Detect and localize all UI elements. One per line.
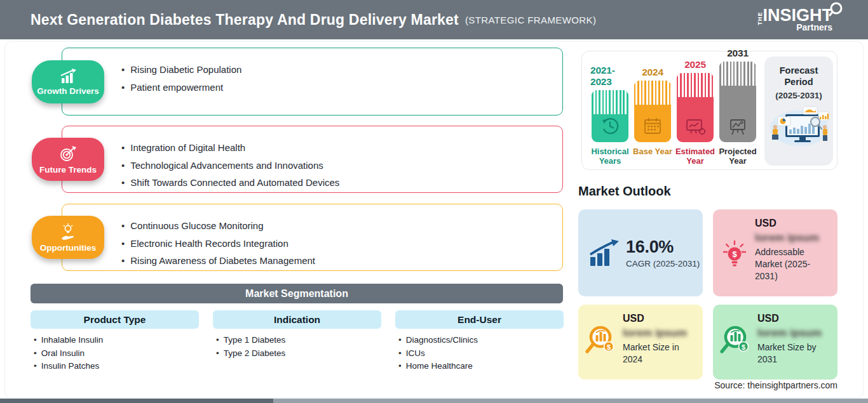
segment-item-list: Type 1 Diabetes Type 2 Diabetes (213, 334, 381, 360)
growth-bars-arrow-icon (589, 239, 620, 267)
page-subtitle: (STRATEGIC FRAMEWORK) (465, 15, 596, 25)
badge-label: Future Trends (39, 165, 97, 175)
list-item: Shift Towards Connected and Automated De… (121, 174, 551, 192)
card-label: Market Size by 2031 (757, 341, 832, 366)
future-trends-badge: Future Trends (32, 138, 104, 181)
timeline-bar (719, 62, 756, 142)
list-item: Insulin Patches (34, 360, 199, 373)
segment-column-header: End-User (395, 310, 564, 329)
svg-text:$: $ (732, 249, 737, 259)
masked-value: lorem ipsum (623, 327, 698, 340)
timeline-year-label: 2021-2023 (590, 65, 630, 88)
list-item: Diagnostics/Clinics (398, 334, 564, 347)
timeline-year-label: 2025 (684, 59, 706, 70)
list-item: Type 1 Diabetes (216, 334, 381, 347)
list-item: Integration of Digital Health (121, 139, 551, 157)
bar-stripes (634, 81, 671, 105)
bar-chart-rise-icon (58, 69, 78, 85)
opportunities-list: Continuous Glucose Monitoring Electronic… (62, 204, 562, 270)
opportunities-box: Continuous Glucose Monitoring Electronic… (62, 204, 563, 271)
timeline-base: 2024 (633, 67, 672, 142)
page-title: Next Generation Diabetes Therapy And Dru… (31, 11, 459, 29)
segment-item-list: Diagnostics/Clinics ICUs Home Healthcare (395, 334, 564, 373)
magnifier-chart-icon: $ (583, 324, 619, 357)
list-item: Technological Advancements and Innovatio… (121, 157, 551, 175)
masked-value: lorem ipsum (757, 327, 832, 340)
bar-stripes (677, 73, 714, 97)
future-trends-box: Integration of Digital Health Technologi… (62, 126, 563, 193)
forecast-period-panel: Forecast Period (2025-2031) (764, 56, 833, 166)
growth-drivers-list: Rising Diabetic Population Patient empow… (62, 48, 562, 96)
presentation-icon (726, 117, 749, 136)
analytics-illustration (766, 103, 831, 147)
currency-label: USD (757, 313, 832, 324)
cagr-value: 16.0% (626, 237, 700, 257)
card-label: Market Size in 2024 (623, 341, 698, 366)
timeline-estimated: 2025 (675, 59, 715, 142)
segment-column-header: Product Type (31, 310, 199, 329)
timeline-bar (677, 73, 714, 142)
insight-partners-logo: The INSIGHT Partners (763, 7, 841, 32)
currency-label: USD (755, 218, 832, 229)
bulb-dollar-icon: $ (722, 240, 747, 269)
timeline-year-label: 2031 (727, 48, 749, 59)
list-item: Rising Diabetic Population (121, 61, 551, 79)
badge-label: Growth Drivers (37, 86, 99, 96)
list-item: Electronic Health Records Integration (121, 235, 551, 253)
masked-value: lorem ipsum (755, 232, 832, 244)
timeline-year-label: 2024 (642, 67, 663, 78)
timeline-role-label: Historical Years (588, 147, 632, 166)
list-item: Patient empowerment (121, 79, 551, 96)
timeline-role-label: Projected Year (715, 147, 760, 166)
bulb-hand-icon (58, 223, 78, 242)
clock-history-icon (600, 116, 620, 136)
card-text: USD lorem ipsum Market Size by 2031 (757, 313, 832, 366)
badge-label: Opportunities (40, 243, 97, 253)
source-attribution: Source: theinsightpartners.com (714, 380, 837, 390)
list-item: ICUs (398, 347, 564, 360)
timeline-historical: 2021-2023 (590, 65, 630, 142)
segment-column-end-user: End-User Diagnostics/Clinics ICUs Home H… (395, 310, 564, 373)
card-label: Addressable Market (2025-2031) (755, 246, 832, 282)
cagr-label: CAGR (2025-2031) (626, 259, 700, 268)
segment-item-list: Inhalable Insulin Oral Insulin Insulin P… (31, 334, 199, 373)
magnifier-icon (827, 1, 844, 18)
logo-the-text: The (757, 12, 763, 25)
timeline-bar (634, 81, 671, 142)
target-dart-icon (58, 145, 78, 164)
segment-column-product-type: Product Type Inhalable Insulin Oral Insu… (31, 310, 199, 373)
future-trends-list: Integration of Digital Health Technologi… (62, 126, 562, 192)
addressable-market-card: $ USD lorem ipsum Addressable Market (20… (713, 209, 837, 296)
card-text: USD lorem ipsum Addressable Market (2025… (755, 218, 832, 282)
cagr-card: 16.0% CAGR (2025-2031) (578, 209, 703, 296)
cagr-text: 16.0% CAGR (2025-2031) (626, 237, 700, 268)
footer-bar-right (273, 399, 868, 403)
footer-bar-left (0, 399, 273, 403)
growth-drivers-box: Rising Diabetic Population Patient empow… (62, 48, 563, 116)
timeline-bar (592, 90, 628, 142)
list-item: Inhalable Insulin (34, 334, 199, 347)
monitor-gear-icon (684, 117, 707, 136)
growth-drivers-badge: Growth Drivers (32, 60, 104, 103)
list-item: Rising Awareness of Diabetes Management (121, 252, 551, 270)
forecast-period-title: Forecast Period (775, 65, 822, 88)
svg-text:$: $ (742, 343, 745, 351)
market-size-2031-card: $ USD lorem ipsum Market Size by 2031 (713, 305, 837, 380)
header-bar: Next Generation Diabetes Therapy And Dru… (0, 0, 868, 39)
infographic-page: Next Generation Diabetes Therapy And Dru… (0, 0, 868, 403)
segment-column-indication: Indication Type 1 Diabetes Type 2 Diabet… (213, 310, 381, 360)
market-size-2024-card: $ USD lorem ipsum Market Size in 2024 (578, 305, 703, 380)
card-text: USD lorem ipsum Market Size in 2024 (623, 313, 698, 366)
forecast-period-range: (2025-2031) (775, 91, 822, 100)
timeline-role-label: Estimated Year (673, 147, 717, 166)
calendar-icon (642, 116, 663, 136)
research-timeline-card: 2021-2023 2024 (581, 51, 837, 170)
currency-label: USD (623, 313, 698, 324)
market-outlook-title: Market Outlook (578, 184, 671, 199)
market-segmentation-header: Market Segmentation (31, 284, 563, 303)
bar-stripes (719, 62, 756, 86)
magnifier-chart-icon: $ (718, 324, 754, 357)
segment-column-header: Indication (213, 310, 381, 329)
opportunities-badge: Opportunities (32, 216, 104, 259)
list-item: Type 2 Diabetes (216, 347, 381, 360)
